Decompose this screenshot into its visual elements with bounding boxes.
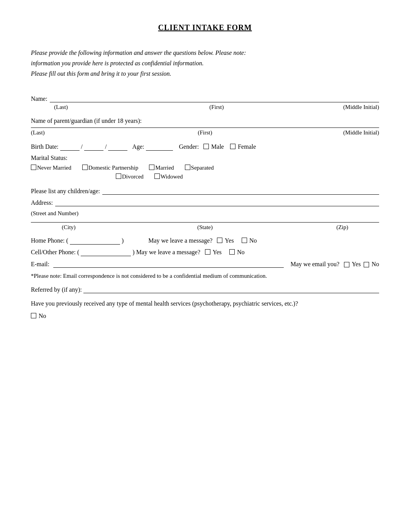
intro-text: Please provide the following information… <box>31 48 379 79</box>
widowed-label: Widowed <box>161 173 183 180</box>
address-input[interactable] <box>55 199 379 206</box>
cell-phone-no-checkbox[interactable] <box>229 249 235 255</box>
marital-label: Marital Status: <box>31 155 379 161</box>
email-no-label: No <box>371 261 379 268</box>
slash2: / <box>105 143 107 150</box>
address-label: Address: <box>31 199 53 206</box>
divorced-checkbox[interactable] <box>116 173 121 179</box>
parent-label: Name of parent/guardian (if under 18 yea… <box>31 117 379 124</box>
cell-phone-row: Cell/Other Phone: ( ) May we leave a mes… <box>31 248 379 256</box>
email-note: *Please note: Email correspondence is no… <box>31 272 379 280</box>
referred-by-row: Referred by (if any): <box>31 286 379 293</box>
referred-by-label: Referred by (if any): <box>31 286 82 293</box>
parent-divider <box>31 127 379 128</box>
separated-checkbox[interactable] <box>185 165 190 170</box>
email-message-label: May we email you? <box>291 261 340 268</box>
email-no-checkbox[interactable] <box>364 262 369 267</box>
divorced-option: Divorced <box>116 173 144 180</box>
domestic-partnership-label: Domestic Partnership <box>88 165 139 171</box>
marital-row1: Never Married Domestic Partnership Marri… <box>31 165 379 171</box>
parent-first-label: (First) <box>147 129 263 136</box>
home-phone-no-label: No <box>249 237 257 244</box>
name-sub-row: (Last) (First) (Middle Initial) <box>31 104 379 110</box>
separated-option: Separated <box>185 165 214 171</box>
intro-line1: Please provide the following information… <box>31 48 379 58</box>
divorced-label: Divorced <box>122 173 144 180</box>
state-label: (State) <box>157 224 252 231</box>
referred-by-input[interactable] <box>83 286 379 293</box>
domestic-partnership-checkbox[interactable] <box>82 165 88 170</box>
home-phone-input[interactable] <box>70 237 120 245</box>
never-married-checkbox[interactable] <box>31 165 36 170</box>
cell-phone-yes-checkbox[interactable] <box>205 249 210 255</box>
parent-sub-labels: (Last) (First) (Middle Initial) <box>31 129 379 136</box>
birth-year-input[interactable] <box>108 143 127 151</box>
slash1: / <box>81 143 83 150</box>
widowed-option: Widowed <box>154 173 183 180</box>
name-label: Name: <box>31 95 47 102</box>
birth-day-input[interactable] <box>84 143 103 151</box>
no-label: No <box>39 313 46 320</box>
intro-line2: information you provide here is protecte… <box>31 58 379 68</box>
last-label: (Last) <box>31 104 163 110</box>
no-checkbox-row: No <box>31 313 379 320</box>
parent-last-label: (Last) <box>31 129 147 136</box>
cell-phone-yes-label: Yes <box>213 249 222 256</box>
married-label: Married <box>155 165 174 171</box>
separated-label: Separated <box>191 165 214 171</box>
email-label: E-mail: <box>31 261 49 268</box>
children-input[interactable] <box>102 187 379 195</box>
children-field: Please list any children/age: <box>31 187 379 195</box>
address-field: Address: <box>31 199 379 206</box>
parent-middle-label: (Middle Initial) <box>263 129 379 136</box>
name-input[interactable] <box>50 95 379 102</box>
email-input[interactable] <box>53 260 284 268</box>
city-state-zip-section: (City) (State) (Zip) <box>31 222 379 231</box>
home-phone-label: Home Phone: ( <box>31 237 68 244</box>
never-married-label: Never Married <box>37 165 71 171</box>
marital-status-section: Marital Status: Never Married Domestic P… <box>31 155 379 180</box>
street-label: (Street and Number) <box>31 210 379 217</box>
parent-section: Name of parent/guardian (if under 18 yea… <box>31 117 379 136</box>
city-state-divider <box>31 222 379 223</box>
home-phone-no-checkbox[interactable] <box>242 238 247 243</box>
male-label: Male <box>211 143 224 150</box>
married-option: Married <box>149 165 174 171</box>
female-checkbox[interactable] <box>230 144 235 149</box>
cell-phone-message: ) May we leave a message? <box>132 249 200 256</box>
married-checkbox[interactable] <box>149 165 154 170</box>
male-checkbox[interactable] <box>203 144 209 149</box>
home-phone-message-label: May we leave a message? <box>148 237 212 244</box>
city-label: (City) <box>31 224 157 231</box>
home-phone-yes-label: Yes <box>225 237 234 244</box>
no-checkbox[interactable] <box>31 313 36 318</box>
widowed-checkbox[interactable] <box>154 173 160 179</box>
name-line: Name: <box>31 95 379 102</box>
intro-line3: Please fill out this form and bring it t… <box>31 68 379 79</box>
email-yes-label: Yes <box>352 261 361 268</box>
email-row: E-mail: May we email you? Yes No <box>31 260 379 268</box>
home-phone-yes-checkbox[interactable] <box>217 238 222 243</box>
mental-health-text: Have you previously received any type of… <box>31 299 379 309</box>
birth-row: Birth Date: / / Age: Gender: Male Female <box>31 143 379 151</box>
home-phone-row: Home Phone: ( ) May we leave a message? … <box>31 237 379 245</box>
email-yes-checkbox[interactable] <box>344 262 349 267</box>
domestic-partnership-option: Domestic Partnership <box>82 165 139 171</box>
cell-phone-input[interactable] <box>81 248 131 256</box>
birth-month-input[interactable] <box>60 143 80 151</box>
form-title: CLIENT INTAKE FORM <box>31 23 379 32</box>
never-married-option: Never Married <box>31 165 71 171</box>
page: CLIENT INTAKE FORM Please provide the fo… <box>0 0 410 532</box>
children-label: Please list any children/age: <box>31 188 100 195</box>
first-label: (First) <box>163 104 271 110</box>
birth-date-label: Birth Date: <box>31 143 59 150</box>
age-input[interactable] <box>146 143 173 151</box>
cell-phone-no-label: No <box>237 249 245 256</box>
gender-label: Gender: <box>179 143 199 150</box>
city-state-zip-row: (City) (State) (Zip) <box>31 224 379 231</box>
middle-initial-label: (Middle Initial) <box>271 104 379 110</box>
age-label: Age: <box>132 143 144 150</box>
name-section: Name: (Last) (First) (Middle Initial) <box>31 95 379 110</box>
female-label: Female <box>238 143 256 150</box>
marital-row2: Divorced Widowed <box>116 173 379 180</box>
